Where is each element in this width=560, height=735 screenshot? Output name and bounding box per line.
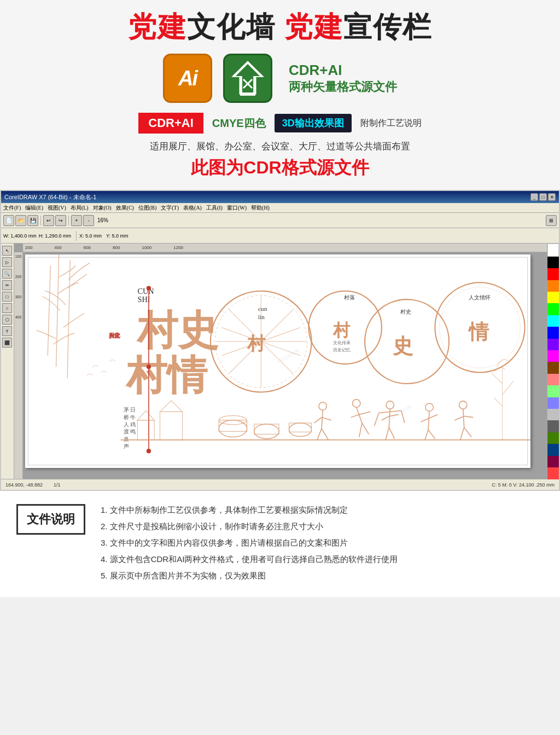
svg-text:cun: cun: [258, 305, 267, 312]
swatch-brown[interactable]: [547, 362, 559, 373]
tool-text[interactable]: T: [2, 326, 12, 336]
tool-polygon[interactable]: ⬡: [2, 315, 12, 325]
svg-text:桥: 桥: [123, 414, 129, 420]
svg-text:茅: 茅: [124, 407, 129, 413]
svg-text:村落: 村落: [343, 294, 355, 300]
title-end: 宣传栏: [343, 11, 432, 43]
toolbar-save[interactable]: 💾: [27, 215, 38, 226]
toolbar-redo[interactable]: ↪: [55, 215, 66, 226]
svg-text:CUN: CUN: [137, 287, 154, 296]
cdr-menubar: 文件(F) 编辑(E) 视图(V) 布局(L) 对象(O) 效果(C) 位图(B…: [1, 203, 559, 213]
tag-3d: 3D输出效果图: [275, 114, 352, 132]
tool-select[interactable]: ↖: [2, 246, 12, 256]
svg-text:牛: 牛: [130, 414, 136, 420]
tool-ellipse[interactable]: ○: [2, 303, 12, 313]
menu-file[interactable]: 文件(F): [3, 204, 21, 212]
svg-text:史: 史: [392, 335, 413, 357]
cdr-window-title: CoreIDRAW X7 (64-Bit) - 未命名-1: [4, 193, 96, 201]
toolbar-snap[interactable]: ⊞: [546, 215, 557, 226]
software-row: Ai CDR+AI 两种矢量格式源文件: [11, 54, 549, 103]
menu-text[interactable]: 文字(T): [161, 204, 179, 212]
swatch-blue[interactable]: [547, 327, 559, 338]
tag-note: 附制作工艺说明: [360, 118, 422, 129]
close-button[interactable]: ✕: [548, 193, 556, 201]
status-coords: 164.900, -48.882: [5, 482, 43, 488]
toolbar-open[interactable]: 📂: [15, 215, 26, 226]
minimize-button[interactable]: _: [530, 193, 538, 201]
menu-object[interactable]: 对象(O): [93, 204, 112, 212]
svg-text:声: 声: [124, 443, 129, 449]
cdr-titlebar: CoreIDRAW X7 (64-Bit) - 未命名-1 _ □ ✕: [1, 191, 559, 203]
swatch-purple[interactable]: [547, 339, 559, 350]
format-line2: 两种矢量格式源文件: [289, 79, 397, 95]
swatch-green[interactable]: [547, 303, 559, 315]
swatch-red[interactable]: [547, 268, 559, 280]
tool-fill[interactable]: ⬛: [2, 338, 12, 348]
canvas-page: 村史 村情 党建文化 乡村振兴 CUN SHI 茅 桥 人: [25, 254, 530, 468]
swatch-maroon[interactable]: [547, 456, 559, 467]
swatch-yellow[interactable]: [547, 292, 559, 303]
menu-layout[interactable]: 布局(L): [71, 204, 89, 212]
toolbar-undo[interactable]: ↩: [43, 215, 54, 226]
menu-tools[interactable]: 工具(I): [206, 204, 223, 212]
height-label: H: 1,290.0 mm: [39, 233, 71, 239]
cdr-right-panel: [547, 244, 559, 479]
svg-point-30: [147, 449, 151, 453]
list-item-2: 2. 文件尺寸是投稿比例缩小设计，制作时请务必注意尺寸大小: [98, 518, 544, 535]
swatch-lightgreen[interactable]: [547, 385, 559, 397]
svg-text:村情: 村情: [125, 354, 208, 398]
maximize-button[interactable]: □: [539, 193, 547, 201]
cdr-property-bar: W: 1,400.0 mm H: 1,290.0 mm X: 5.0 mm Y:…: [1, 228, 559, 244]
menu-effects[interactable]: 效果(C): [116, 204, 134, 212]
swatch-black[interactable]: [547, 257, 559, 268]
svg-text:村: 村: [332, 321, 351, 340]
cdr-format-label: 此图为CDR格式源文件: [11, 156, 549, 180]
cdr-window: CoreIDRAW X7 (64-Bit) - 未命名-1 _ □ ✕ 文件(F…: [1, 191, 559, 490]
main-title: 党建文化墙 党建宣传栏: [11, 10, 549, 44]
swatch-pink[interactable]: [547, 374, 559, 385]
list-item-3: 3. 文件中的文字和图片内容仅供参考，图片请根据自己的文案和图片: [98, 535, 544, 551]
pos-y: Y: 5.0 mm: [106, 233, 129, 239]
list-item-4: 4. 源文件包含CDR和AI两种文件格式，使用者可自行选择自己熟悉的软件进行使用: [98, 551, 544, 568]
design-svg: 村史 村情 党建文化 乡村振兴 CUN SHI 茅 桥 人: [25, 254, 530, 468]
width-label: W: 1,400.0 mm: [3, 233, 37, 239]
menu-table[interactable]: 表格(A): [183, 204, 202, 212]
toolbar-zoom-out[interactable]: -: [83, 215, 94, 226]
menu-view[interactable]: 视图(V): [48, 204, 66, 212]
tags-row: CDR+AI CMYE四色 3D输出效果图 附制作工艺说明: [11, 113, 549, 134]
tool-shape[interactable]: ▷: [2, 257, 12, 267]
swatch-cyan[interactable]: [547, 315, 559, 327]
menu-edit[interactable]: 编辑(E): [25, 204, 43, 212]
menu-window[interactable]: 窗口(W): [227, 204, 247, 212]
swatch-gray[interactable]: [547, 409, 559, 420]
swatch-white[interactable]: [547, 244, 559, 256]
cdr-icon: [223, 54, 272, 103]
swatch-magenta[interactable]: [547, 350, 559, 362]
toolbar-new[interactable]: 📄: [3, 215, 14, 226]
swatch-lightblue[interactable]: [547, 397, 559, 409]
cdr-left-panel: ↖ ▷ 🔍 ✏ □ ○ ⬡ T ⬛: [1, 244, 14, 479]
ruler-vertical: 100 200 300 400: [14, 252, 23, 479]
title-dangjian-2: 党建: [284, 11, 343, 43]
toolbar-zoom-in[interactable]: +: [71, 215, 82, 226]
menu-bitmap[interactable]: 位图(B): [138, 204, 156, 212]
svg-point-28: [147, 286, 151, 291]
tool-freehand[interactable]: ✏: [2, 280, 12, 290]
svg-text:历史记忆: 历史记忆: [333, 348, 351, 352]
swatch-navy[interactable]: [547, 444, 559, 455]
file-desc-label: 文件说明: [16, 504, 85, 535]
swatch-orange[interactable]: [547, 280, 559, 292]
svg-text:鸣: 鸣: [130, 429, 136, 435]
menu-help[interactable]: 帮助(H): [251, 204, 270, 212]
list-item-1: 1. 文件中所标制作工艺仅供参考，具体制作工艺要根据实际情况制定: [98, 502, 544, 518]
status-color-info: C: 5 M: 0 V: 24.100 .250 mm: [492, 482, 555, 488]
swatch-lightred[interactable]: [547, 467, 559, 479]
tool-rect[interactable]: □: [2, 292, 12, 302]
swatch-darkgray[interactable]: [547, 420, 559, 432]
cdr-statusbar: 164.900, -48.882 1/1 C: 5 M: 0 V: 24.100…: [1, 479, 559, 490]
applicable-text: 适用展厅、展馆、办公室、会议室、大厅、过道等公共墙面布置: [11, 140, 549, 153]
color-palette: [547, 244, 559, 479]
tool-zoom[interactable]: 🔍: [2, 269, 12, 279]
swatch-olive[interactable]: [547, 432, 559, 444]
svg-point-29: [147, 365, 151, 369]
